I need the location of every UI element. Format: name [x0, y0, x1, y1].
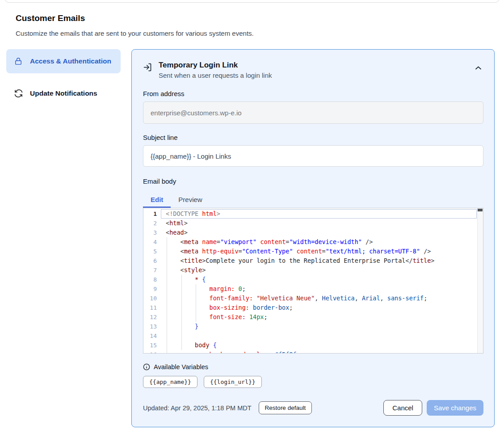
variable-chip-app_name[interactable]: {{app_name}}: [143, 376, 197, 388]
info-icon: [143, 363, 150, 371]
subject-line-input[interactable]: [143, 145, 483, 167]
line-number: 1: [143, 209, 157, 219]
from-address-input[interactable]: [143, 101, 483, 124]
code-text: margin: 0;: [166, 284, 246, 294]
login-icon: [143, 63, 152, 72]
from-address-label: From address: [143, 90, 483, 97]
updated-timestamp: Updated: Apr 29, 2025, 1:18 PM MDT: [143, 404, 252, 412]
restore-default-button[interactable]: Restore default: [259, 401, 312, 414]
page-title: Customer Emails: [16, 13, 85, 23]
code-text: <!DOCTYPE html>: [166, 209, 220, 219]
panel-footer: Updated: Apr 29, 2025, 1:18 PM MDT Resto…: [143, 400, 483, 416]
code-line: 4 <meta name="viewport" content="width=d…: [143, 237, 483, 247]
code-line: 14: [143, 331, 483, 341]
code-text: <style>: [166, 265, 206, 275]
line-number: 14: [143, 331, 157, 341]
code-text: <head>: [166, 228, 188, 237]
code-line: 16 background-color: #f5f8fa;: [143, 350, 483, 354]
line-number: 10: [143, 294, 157, 303]
code-line: 9 margin: 0;: [143, 284, 483, 294]
subject-line-label: Subject line: [143, 134, 483, 141]
line-number: 13: [143, 322, 157, 331]
code-line: 15 body {: [143, 341, 483, 350]
line-number: 11: [143, 303, 157, 312]
code-text: background-color: #f5f8fa;: [166, 350, 304, 354]
available-variables-label: Available Variables: [154, 363, 208, 371]
code-text: <title>Complete your login to the Replic…: [166, 256, 435, 265]
code-editor[interactable]: 1<!DOCTYPE html>2<html>3<head>4 <meta na…: [143, 208, 483, 354]
line-number: 15: [143, 341, 157, 350]
sidebar-item-update-notifications[interactable]: Update Notifications: [6, 81, 121, 105]
cancel-button[interactable]: Cancel: [383, 400, 422, 416]
code-line: 5 <meta http-equiv="Content-Type" conten…: [143, 247, 483, 256]
line-number: 9: [143, 284, 157, 294]
chevron-up-icon: [475, 66, 482, 70]
code-line: 1<!DOCTYPE html>: [143, 209, 483, 219]
tab-preview[interactable]: Preview: [171, 193, 210, 208]
code-line: 10 font-family: "Helvetica Neue", Helvet…: [143, 294, 483, 303]
lock-icon: [13, 56, 23, 66]
panel-title: Temporary Login Link: [159, 60, 272, 70]
collapse-panel-button[interactable]: [473, 64, 483, 72]
code-line: 3<head>: [143, 228, 483, 237]
code-line: 8 * {: [143, 275, 483, 284]
line-number: 7: [143, 265, 157, 275]
panel-header-text: Temporary Login Link Sent when a user re…: [159, 60, 272, 79]
previous-card-bottom-edge: [4, 0, 500, 3]
code-line: 13 }: [143, 322, 483, 331]
save-changes-button[interactable]: Save changes: [427, 400, 483, 416]
temporary-login-link-panel: Temporary Login Link Sent when a user re…: [131, 49, 495, 427]
line-number: 16: [143, 350, 157, 354]
sidebar-item-label: Update Notifications: [30, 88, 97, 99]
tab-edit[interactable]: Edit: [143, 193, 171, 208]
code-lines: 1<!DOCTYPE html>2<html>3<head>4 <meta na…: [143, 208, 483, 354]
code-text: }: [166, 322, 198, 331]
editor-scrollbar[interactable]: [477, 208, 483, 353]
code-text: <meta http-equiv="Content-Type" content=…: [166, 247, 431, 256]
available-variables-row: Available Variables: [143, 363, 483, 371]
code-text: * {: [166, 275, 206, 284]
code-line: 11 box-sizing: border-box;: [143, 303, 483, 312]
sidebar-item-access-authentication[interactable]: Access & Authentication: [6, 49, 121, 73]
sidebar: Access & AuthenticationUpdate Notificati…: [6, 49, 121, 114]
code-line: 12 font-size: 14px;: [143, 312, 483, 322]
code-line: 6 <title>Complete your login to the Repl…: [143, 256, 483, 265]
line-number: 2: [143, 219, 157, 228]
line-number: 4: [143, 237, 157, 247]
email-body-tabs: EditPreview: [143, 193, 483, 208]
code-text: box-sizing: border-box;: [166, 303, 293, 312]
code-text: <meta name="viewport" content="width=dev…: [166, 237, 373, 247]
panel-header: Temporary Login Link Sent when a user re…: [143, 60, 483, 79]
editor-scrollbar-thumb[interactable]: [478, 209, 483, 211]
panel-subtitle: Sent when a user requests a login link: [159, 72, 272, 79]
line-number: 6: [143, 256, 157, 265]
code-line: 7 <style>: [143, 265, 483, 275]
code-text: font-size: 14px;: [166, 312, 268, 322]
code-text: font-family: "Helvetica Neue", Helvetica…: [166, 294, 427, 303]
email-body-label: Email body: [143, 177, 483, 185]
refresh-icon: [13, 88, 23, 98]
code-line: 2<html>: [143, 219, 483, 228]
page-description: Customize the emails that are sent to yo…: [16, 29, 254, 37]
line-number: 3: [143, 228, 157, 237]
code-text: body {: [166, 341, 217, 350]
sidebar-item-label: Access & Authentication: [30, 56, 111, 67]
variable-chip-login_url[interactable]: {{login_url}}: [204, 376, 262, 388]
code-text: <html>: [166, 219, 188, 228]
line-number: 12: [143, 312, 157, 322]
variable-chips: {{app_name}}{{login_url}}: [143, 376, 483, 388]
line-number: 5: [143, 247, 157, 256]
line-number: 8: [143, 275, 157, 284]
